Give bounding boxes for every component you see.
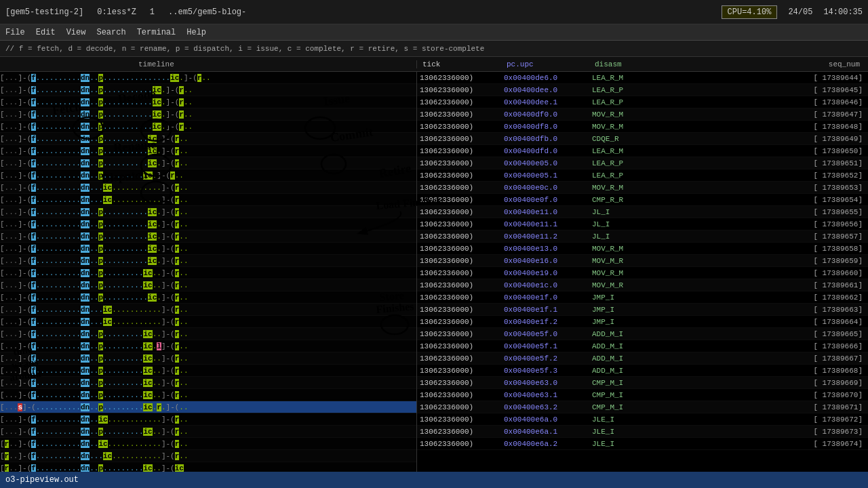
instr-row: 13062336000) 0x00400dfb.0 CDQE_R [ 17389… bbox=[417, 133, 868, 145]
seqnum-value: [ 17389647] bbox=[660, 110, 868, 119]
instr-row: 13062336000) 0x00400e1f.2 JMP_I [ 173896… bbox=[417, 316, 868, 328]
disasm-value: MOV_R_M bbox=[592, 245, 660, 253]
seqnum-value: [ 17389653] bbox=[660, 184, 868, 192]
seqnum-value: [ 17389654] bbox=[660, 196, 868, 204]
disasm-value: CDQE_R bbox=[592, 135, 660, 143]
line-number: 1 bbox=[150, 7, 155, 17]
instr-panel: 13062336000) 0x00400de6.0 LEA_R_M [ 1738… bbox=[417, 72, 868, 472]
pc-header: pc.upc bbox=[507, 60, 595, 68]
seqnum-value: [ 17389662] bbox=[660, 293, 868, 302]
seqnum-value: [ 17389657] bbox=[660, 232, 868, 241]
disasm-value: CMP_M_I bbox=[592, 391, 660, 399]
pipeline-row: [...]-(f..........dn..p...........ic.]-(… bbox=[0, 96, 416, 108]
seqnum-value: [ 17389663] bbox=[660, 306, 868, 314]
pc-value: 0x00400e1f.2 bbox=[504, 318, 592, 326]
instr-row: 13062336000) 0x00400e6a.0 JLE_I [ 173896… bbox=[417, 413, 868, 426]
menu-view[interactable]: View bbox=[66, 28, 86, 37]
pipeline-row: [...]-(f..........dn..p.........ic..]-(r… bbox=[0, 267, 416, 279]
seqnum-value: [ 17389645] bbox=[660, 86, 868, 94]
pc-value: 0x00400e5f.2 bbox=[504, 354, 592, 363]
instr-row: 13062336000) 0x00400e16.0 MOV_M_R [ 1738… bbox=[417, 255, 868, 267]
instr-row: 13062336000) 0x00400e5f.2 ADD_M_I [ 1738… bbox=[417, 352, 868, 365]
instr-row: 13062336000) 0x00400e13.0 MOV_R_M [ 1738… bbox=[417, 243, 868, 255]
instr-row: 13062336000) 0x00400df0.0 MOV_R_M [ 1738… bbox=[417, 108, 868, 121]
pc-value: 0x00400e11.2 bbox=[504, 232, 592, 241]
menu-file[interactable]: File bbox=[5, 28, 25, 37]
instr-row: 13062336000) 0x00400e1f.0 JMP_I [ 173896… bbox=[417, 291, 868, 304]
disasm-value: JL_I bbox=[592, 208, 660, 216]
pc-value: 0x00400de6.0 bbox=[504, 74, 592, 82]
pc-value: 0x00400e05.0 bbox=[504, 159, 592, 167]
tick-value: 13062336000) bbox=[417, 354, 504, 363]
instr-row: 13062336000) 0x00400e1c.0 MOV_M_R [ 1738… bbox=[417, 279, 868, 291]
pipeline-header: timeline bbox=[0, 60, 417, 68]
pipeline-rows: [...]-(f..........dn..p...............ic… bbox=[0, 72, 416, 472]
seqnum-value: [ 17389669] bbox=[660, 379, 868, 387]
seqnum-value: [ 17389658] bbox=[660, 245, 868, 253]
menu-terminal[interactable]: Terminal bbox=[137, 28, 176, 37]
instr-rows: 13062336000) 0x00400de6.0 LEA_R_M [ 1738… bbox=[417, 72, 868, 450]
menu-edit[interactable]: Edit bbox=[36, 28, 56, 37]
pipeline-row: [...]-(f..........dn...ic...........]-(r… bbox=[0, 182, 416, 194]
instr-row: 13062336000) 0x00400e0c.0 MOV_R_M [ 1738… bbox=[417, 182, 868, 194]
tick-value: 13062336000) bbox=[417, 269, 504, 277]
instr-row: 13062336000) 0x00400e63.0 CMP_M_I [ 1738… bbox=[417, 377, 868, 389]
pc-value: 0x00400e19.0 bbox=[504, 269, 592, 277]
disasm-value: LEA_R_P bbox=[592, 86, 660, 94]
tick-value: 13062336000) bbox=[417, 110, 504, 119]
seqnum-value: [ 17389661] bbox=[660, 281, 868, 289]
instr-row: 13062336000) 0x00400df8.0 MOV_R_M [ 1738… bbox=[417, 121, 868, 133]
instr-row: 13062336000) 0x00400dfd.0 LEA_R_M [ 1738… bbox=[417, 145, 868, 157]
pipeline-row: [r..]-(f..........dn..p.........ic..]-(i… bbox=[0, 462, 416, 472]
pipeline-row: [...]-(f..........dn..p...............ic… bbox=[0, 72, 416, 84]
instr-row: 13062336000) 0x00400e5f.3 ADD_M_I [ 1738… bbox=[417, 365, 868, 377]
tick-value: 13062336000) bbox=[417, 196, 504, 204]
menu-search[interactable]: Search bbox=[96, 28, 125, 37]
tick-value: 13062336000) bbox=[417, 171, 504, 180]
disasm-value: JLE_I bbox=[592, 440, 660, 448]
pc-value: 0x00400e5f.1 bbox=[504, 342, 592, 350]
pipeline-row: [...]-(f..........dn..p...........ic.]-(… bbox=[0, 84, 416, 96]
pipeline-row: [...]-(f..........dn..p..........ic.]-(r… bbox=[0, 206, 416, 218]
pc-value: 0x00400e6a.1 bbox=[504, 428, 592, 436]
seqnum-value: [ 17389673] bbox=[660, 428, 868, 436]
pc-value: 0x00400e0f.0 bbox=[504, 196, 592, 204]
instr-row: 13062336000) 0x00400e1f.1 JMP_I [ 173896… bbox=[417, 304, 868, 316]
tick-value: 13062336000) bbox=[417, 293, 504, 302]
pipeline-row: [...s]-(..........dn..p.........ic.r.]-(… bbox=[0, 401, 416, 413]
tick-value: 13062336000) bbox=[417, 330, 504, 338]
pipeline-row: [...]-(f..........dn..p..........ic.]-(r… bbox=[0, 255, 416, 267]
menu-help[interactable]: Help bbox=[186, 28, 206, 37]
disasm-value: ADD_M_I bbox=[592, 342, 660, 350]
pc-value: 0x00400e6a.0 bbox=[504, 415, 592, 424]
statusbar: o3-pipeview.out bbox=[0, 472, 868, 488]
time-display: 14:00:35 bbox=[823, 7, 863, 17]
pc-value: 0x00400e5f.3 bbox=[504, 367, 592, 375]
instr-row: 13062336000) 0x00400e5f.1 ADD_M_I [ 1738… bbox=[417, 340, 868, 352]
cpu-value: 4.10% bbox=[747, 7, 771, 17]
seqnum-value: [ 17389650] bbox=[660, 147, 868, 155]
pipeline-row: [...]-(f..........dn..p.........ic.l]-(r… bbox=[0, 340, 416, 352]
seqnum-value: [ 17389652] bbox=[660, 171, 868, 180]
disasm-value: JLE_I bbox=[592, 415, 660, 424]
pipeline-row: [...]-(f..........dn..p...........ic.]-(… bbox=[0, 121, 416, 133]
instr-row: 13062336000) 0x00400e19.0 MOV_R_M [ 1738… bbox=[417, 267, 868, 279]
pipeline-row: [...]-(f..........dn..p.........ic..]-(r… bbox=[0, 365, 416, 377]
seqnum-value: [ 17389648] bbox=[660, 123, 868, 131]
pc-value: 0x00400e11.0 bbox=[504, 208, 592, 216]
pipeline-row: [...]-(f..........dn...ic...........]-(r… bbox=[0, 304, 416, 316]
disasm-value: CMP_M_I bbox=[592, 403, 660, 411]
pipeline-row: [...]-(f..........dn...ic...........]-(r… bbox=[0, 194, 416, 206]
tick-value: 13062336000) bbox=[417, 281, 504, 289]
seqnum-value: [ 17389655] bbox=[660, 208, 868, 216]
pipeline-row: [...]-(f..........dn..p..........ic.]-(r… bbox=[0, 243, 416, 255]
tick-value: 13062336000) bbox=[417, 342, 504, 350]
instr-row: 13062336000) 0x00400e0f.0 CMP_R_R [ 1738… bbox=[417, 194, 868, 206]
pipeline-row: [...]-(f..........dn..p.........ic..]-(r… bbox=[0, 389, 416, 401]
instr-row: 13062336000) 0x00400dee.1 LEA_R_P [ 1738… bbox=[417, 96, 868, 108]
pipeline-panel: [...]-(f..........dn..p...............ic… bbox=[0, 72, 417, 472]
pc-value: 0x00400dee.1 bbox=[504, 98, 592, 106]
instr-row: 13062336000) 0x00400e05.0 LEA_R_P [ 1738… bbox=[417, 157, 868, 169]
tick-value: 13062336000) bbox=[417, 318, 504, 326]
seqnum-value: [ 17389667] bbox=[660, 354, 868, 363]
